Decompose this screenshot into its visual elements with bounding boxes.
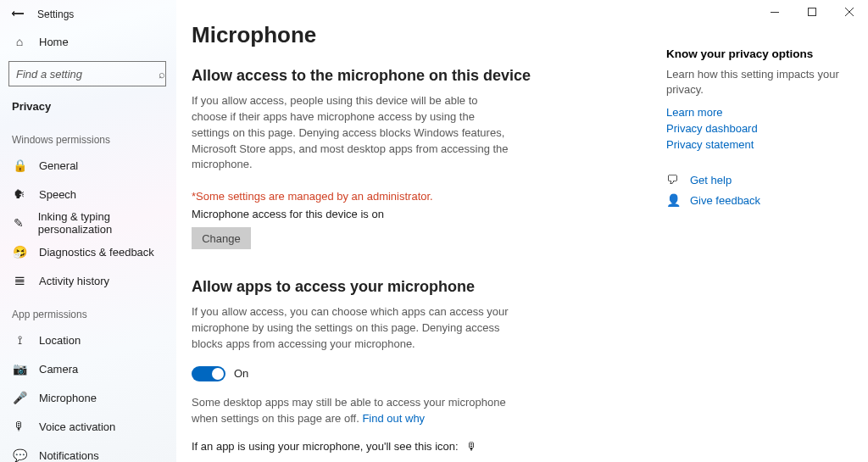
- content: Microphone Allow access to the microphon…: [192, 22, 666, 462]
- search-input[interactable]: [16, 68, 159, 81]
- section-header-windows-permissions: Windows permissions: [0, 120, 176, 151]
- sidebar-item-speech[interactable]: 🗣Speech: [0, 180, 176, 209]
- link-privacy-statement[interactable]: Privacy statement: [666, 138, 844, 151]
- voice-icon: 🎙: [12, 420, 27, 433]
- sidebar-item-diagnostics[interactable]: 🤧Diagnostics & feedback: [0, 237, 176, 266]
- settings-title: Settings: [37, 8, 74, 20]
- sidebar-item-inking[interactable]: ✎Inking & typing personalization: [0, 209, 176, 237]
- ink-icon: ✎: [12, 216, 26, 230]
- section2-heading: Allow apps to access your microphone: [192, 278, 666, 296]
- search-icon: ⌕: [159, 68, 165, 81]
- give-feedback-link[interactable]: 👤 Give feedback: [666, 193, 844, 207]
- lock-icon: 🔒: [12, 159, 27, 172]
- diag-icon: 🤧: [12, 245, 27, 259]
- close-button[interactable]: [831, 0, 868, 24]
- get-help-link[interactable]: 🗩 Get help: [666, 173, 844, 186]
- camera-icon: 📷: [12, 362, 27, 376]
- section2-note: Some desktop apps may still be able to a…: [192, 395, 514, 427]
- home-label: Home: [39, 36, 69, 48]
- section-header-app-permissions: App permissions: [0, 295, 176, 326]
- sidebar-item-location[interactable]: ⟟Location: [0, 326, 176, 354]
- home-nav[interactable]: ⌂ Home: [0, 27, 176, 56]
- find-out-why-link[interactable]: Find out why: [362, 412, 425, 425]
- sidebar-item-voice-activation[interactable]: 🎙Voice activation: [0, 412, 176, 441]
- maximize-button[interactable]: [793, 0, 831, 24]
- aside-desc: Learn how this setting impacts your priv…: [666, 67, 844, 97]
- aside-heading: Know your privacy options: [666, 47, 844, 60]
- mic-icon: 🎤: [12, 391, 27, 404]
- window-titlebar: [756, 0, 868, 24]
- link-learn-more[interactable]: Learn more: [666, 106, 844, 119]
- notif-icon: 💬: [12, 448, 27, 462]
- sidebar-item-general[interactable]: 🔒General: [0, 151, 176, 180]
- mic-in-use-sentence: If an app is using your microphone, you'…: [192, 440, 666, 453]
- section-device-access: Allow access to the microphone on this d…: [192, 67, 666, 249]
- allow-apps-state: On: [234, 367, 248, 380]
- section1-desc: If you allow access, people using this d…: [192, 93, 514, 173]
- link-privacy-dashboard[interactable]: Privacy dashboard: [666, 122, 844, 135]
- search-input-wrap[interactable]: ⌕: [8, 61, 166, 86]
- mic-indicator-icon: 🎙: [466, 440, 477, 453]
- home-icon: ⌂: [12, 35, 27, 48]
- aside-panel: Know your privacy options Learn how this…: [666, 22, 844, 462]
- section-app-access: Allow apps to access your microphone If …: [192, 278, 666, 453]
- location-icon: ⟟: [12, 333, 27, 348]
- category-label: Privacy: [12, 100, 51, 113]
- device-access-status: Microphone access for this device is on: [192, 208, 666, 220]
- activity-icon: 𝌆: [12, 274, 27, 287]
- change-button[interactable]: Change: [192, 227, 251, 249]
- help-icon: 🗩: [666, 173, 682, 186]
- sidebar-item-camera[interactable]: 📷Camera: [0, 354, 176, 383]
- sidebar-item-activity[interactable]: 𝌆Activity history: [0, 266, 176, 295]
- sidebar: 🠔 Settings ⌂ Home ⌕ Privacy Windows perm…: [0, 0, 176, 462]
- sidebar-item-microphone[interactable]: 🎤Microphone: [0, 383, 176, 412]
- feedback-icon: 👤: [666, 193, 682, 207]
- allow-apps-toggle[interactable]: [192, 366, 225, 381]
- svg-rect-1: [809, 8, 816, 16]
- minimize-button[interactable]: [756, 0, 793, 24]
- back-button[interactable]: 🠔: [8, 7, 27, 22]
- section2-desc: If you allow access, you can choose whic…: [192, 304, 514, 353]
- sidebar-item-notifications[interactable]: 💬Notifications: [0, 441, 176, 462]
- main-area: Microphone Allow access to the microphon…: [176, 0, 868, 462]
- admin-warning: *Some settings are managed by an adminis…: [192, 190, 666, 203]
- page-title: Microphone: [192, 22, 666, 48]
- category-privacy[interactable]: Privacy: [0, 92, 176, 120]
- svg-rect-0: [771, 12, 779, 13]
- section1-heading: Allow access to the microphone on this d…: [192, 67, 666, 85]
- speech-icon: 🗣: [12, 187, 27, 201]
